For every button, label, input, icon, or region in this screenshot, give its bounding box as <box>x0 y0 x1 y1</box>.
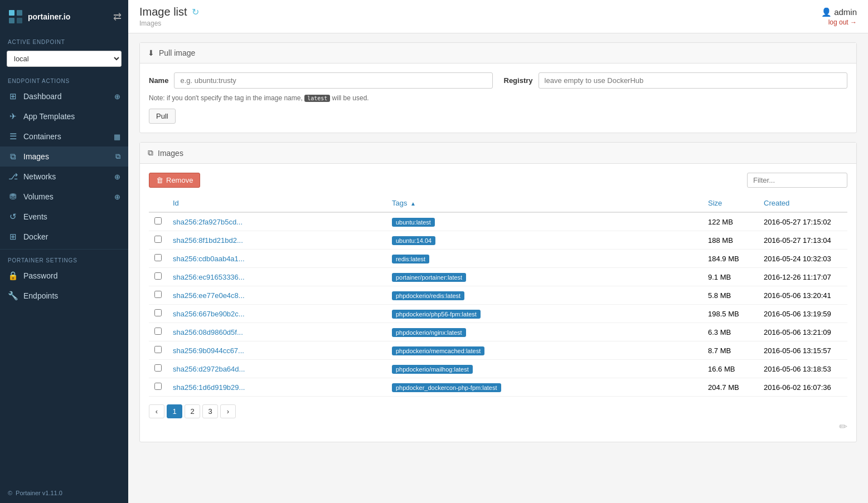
images-icon-header: ⧉ <box>148 148 153 158</box>
row-checkbox[interactable] <box>154 346 162 353</box>
row-tag-cell: ubuntu:latest <box>386 212 702 231</box>
row-id-link[interactable]: sha256:667be90b2c... <box>173 310 245 318</box>
sidebar-item-events[interactable]: ↺ Events <box>0 207 128 227</box>
page-1-button[interactable]: 1 <box>167 404 182 418</box>
transfer-icon[interactable]: ⇄ <box>113 11 122 23</box>
table-row: sha256:cdb0aab4a1... redis:latest 184.9 … <box>149 250 847 268</box>
row-tag-cell: ubuntu:14.04 <box>386 231 702 250</box>
row-tag-badge: ubuntu:latest <box>392 218 435 227</box>
table-row: sha256:667be90b2c... phpdockerio/php56-f… <box>149 305 847 323</box>
sort-arrow-tags: ▲ <box>410 201 416 207</box>
row-checkbox[interactable] <box>154 364 162 372</box>
remove-button[interactable]: 🗑 Remove <box>149 173 200 188</box>
select-all-col <box>149 194 167 212</box>
prev-page-button[interactable]: ‹ <box>149 404 164 418</box>
sidebar-footer: © Portainer v1.11.0 <box>0 483 128 503</box>
row-tag-cell: phpdocker_dockercon-php-fpm:latest <box>386 378 702 397</box>
row-created-cell: 2016-12-26 11:17:07 <box>758 268 847 286</box>
row-id-cell: sha256:2fa927b5cd... <box>167 212 386 231</box>
images-icon: ⧉ <box>8 152 18 162</box>
row-id-link[interactable]: sha256:cdb0aab4a1... <box>173 255 245 263</box>
row-created-cell: 2016-05-06 13:20:41 <box>758 286 847 305</box>
volumes-icon: ⛃ <box>8 192 18 202</box>
row-created-cell: 2016-05-06 13:15:57 <box>758 341 847 360</box>
table-header: Id Tags ▲ Size Created <box>149 194 847 212</box>
row-size-cell: 8.7 MB <box>702 341 758 360</box>
row-size-cell: 204.7 MB <box>702 378 758 397</box>
row-created-cell: 2016-05-06 13:19:59 <box>758 305 847 323</box>
row-id-link[interactable]: sha256:ee77e0e4c8... <box>173 291 245 300</box>
sidebar-item-containers[interactable]: ☰ Containers ▦ <box>0 126 128 146</box>
registry-input[interactable] <box>539 72 847 89</box>
row-checkbox-cell <box>149 231 167 250</box>
sidebar-item-label: App Templates <box>23 112 75 121</box>
row-id-link[interactable]: sha256:1d6d919b29... <box>173 383 245 392</box>
refresh-icon[interactable]: ↻ <box>192 7 199 17</box>
sidebar-header: portainer.io ⇄ <box>0 0 128 33</box>
sidebar-item-endpoints[interactable]: 🔧 Endpoints <box>0 286 128 306</box>
row-tag-cell: phpdockerio/php56-fpm:latest <box>386 305 702 323</box>
pull-button[interactable]: Pull <box>149 109 176 124</box>
sidebar-item-password[interactable]: 🔒 Password <box>0 266 128 286</box>
sidebar-item-docker[interactable]: ⊞ Docker <box>0 227 128 247</box>
table-toolbar: 🗑 Remove <box>149 173 847 188</box>
size-col-header: Size <box>702 194 758 212</box>
row-checkbox-cell <box>149 286 167 305</box>
tags-col-header[interactable]: Tags ▲ <box>386 194 702 212</box>
row-size-cell: 6.3 MB <box>702 323 758 341</box>
filter-input[interactable] <box>747 173 847 188</box>
sidebar-item-label: Containers <box>23 132 61 141</box>
endpoint-select[interactable]: local <box>7 51 122 67</box>
svg-rect-0 <box>9 10 14 16</box>
row-checkbox[interactable] <box>154 328 162 335</box>
row-tag-badge: phpdockerio/nginx:latest <box>392 328 466 337</box>
row-id-link[interactable]: sha256:08d9860d5f... <box>173 328 243 336</box>
row-checkbox[interactable] <box>154 236 162 243</box>
page-2-button[interactable]: 2 <box>185 404 200 418</box>
row-tag-badge: redis:latest <box>392 255 429 263</box>
row-created-cell: 2016-05-27 17:13:04 <box>758 231 847 250</box>
logout-link[interactable]: log out → <box>828 18 857 26</box>
row-id-cell: sha256:ec91653336... <box>167 268 386 286</box>
row-checkbox[interactable] <box>154 217 162 224</box>
row-id-link[interactable]: sha256:9b0944cc67... <box>173 346 244 355</box>
row-checkbox[interactable] <box>154 272 162 280</box>
row-checkbox-cell <box>149 268 167 286</box>
row-id-link[interactable]: sha256:8f1bd21bd2... <box>173 236 243 245</box>
row-checkbox-cell <box>149 378 167 397</box>
row-created-cell: 2016-05-24 10:32:03 <box>758 250 847 268</box>
portainer-logo-icon <box>7 8 25 26</box>
row-tag-cell: phpdockerio/nginx:latest <box>386 323 702 341</box>
topbar-user: 👤 admin log out → <box>821 7 857 26</box>
row-checkbox[interactable] <box>154 383 162 390</box>
row-id-cell: sha256:ee77e0e4c8... <box>167 286 386 305</box>
row-size-cell: 188 MB <box>702 231 758 250</box>
images-list-card: ⧉ Images 🗑 Remove Id <box>139 142 857 442</box>
next-page-button[interactable]: › <box>220 404 236 418</box>
row-size-cell: 184.9 MB <box>702 250 758 268</box>
edit-icon[interactable]: ✏ <box>839 421 847 433</box>
row-id-cell: sha256:d2972ba64d... <box>167 360 386 378</box>
row-tag-cell: redis:latest <box>386 250 702 268</box>
page-3-button[interactable]: 3 <box>202 404 218 418</box>
sidebar-item-networks[interactable]: ⎇ Networks ⊕ <box>0 167 128 187</box>
main-content: Image list ↻ Images 👤 admin log out → ⬇ … <box>128 0 868 503</box>
row-tag-cell: phpdockerio/mailhog:latest <box>386 360 702 378</box>
row-checkbox[interactable] <box>154 291 162 298</box>
row-id-cell: sha256:9b0944cc67... <box>167 341 386 360</box>
row-checkbox[interactable] <box>154 254 162 261</box>
name-label: Name <box>149 76 168 85</box>
sidebar-item-volumes[interactable]: ⛃ Volumes ⊕ <box>0 187 128 207</box>
row-id-link[interactable]: sha256:2fa927b5cd... <box>173 218 243 226</box>
sidebar-item-dashboard[interactable]: ⊞ Dashboard ⊕ <box>0 86 128 106</box>
sidebar-item-app-templates[interactable]: ✈ App Templates <box>0 106 128 126</box>
row-id-link[interactable]: sha256:ec91653336... <box>173 273 245 281</box>
row-id-link[interactable]: sha256:d2972ba64d... <box>173 365 245 373</box>
row-created-cell: 2016-05-27 17:15:02 <box>758 212 847 231</box>
row-checkbox[interactable] <box>154 309 162 316</box>
topbar: Image list ↻ Images 👤 admin log out → <box>128 0 868 33</box>
name-input[interactable] <box>174 72 492 89</box>
sidebar-item-images[interactable]: ⧉ Images ⧉ <box>0 146 128 167</box>
topbar-title-area: Image list ↻ Images <box>139 6 199 27</box>
svg-rect-2 <box>9 18 14 23</box>
